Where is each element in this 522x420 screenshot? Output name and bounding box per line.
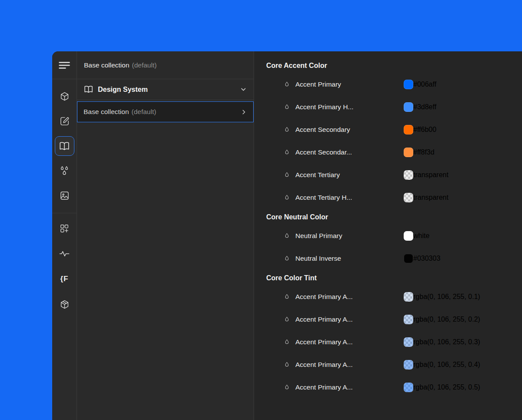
box-icon[interactable] bbox=[55, 87, 74, 106]
variable-name: Neutral Inverse bbox=[295, 255, 404, 262]
variable-name: Accent Tertiary H... bbox=[295, 194, 404, 202]
sidebar-slot bbox=[52, 183, 77, 208]
variable-value: transparent bbox=[413, 194, 448, 202]
variable-row[interactable]: Neutral Primarywhite bbox=[266, 225, 510, 247]
variable-value: rgba(0, 106, 255, 0.4) bbox=[413, 361, 480, 369]
variables-list: Core Accent ColorAccent Primary#006affAc… bbox=[254, 51, 522, 420]
variables-f-icon[interactable]: {F bbox=[55, 269, 74, 289]
sidebar-slot bbox=[52, 84, 77, 109]
color-swatch[interactable] bbox=[404, 80, 413, 89]
droplet-icon bbox=[284, 233, 290, 239]
variable-row[interactable]: Accent Secondar...#ff8f3d bbox=[266, 141, 510, 164]
book-icon[interactable] bbox=[55, 136, 74, 156]
edit-image-icon[interactable] bbox=[55, 111, 74, 131]
icon-sidebar: {F bbox=[52, 51, 77, 420]
droplet-icon bbox=[284, 384, 290, 391]
chevron-right-icon[interactable] bbox=[241, 109, 247, 115]
section-title: Core Color Tint bbox=[266, 270, 510, 286]
color-swatch[interactable] bbox=[404, 360, 413, 370]
color-swatch[interactable] bbox=[404, 315, 413, 324]
variable-name: Accent Secondar... bbox=[295, 148, 404, 156]
variable-row[interactable]: Accent Secondary#ff6b00 bbox=[266, 118, 510, 141]
color-swatch[interactable] bbox=[404, 231, 413, 241]
sidebar-secondary-group: {F bbox=[52, 213, 77, 319]
chevron-down-icon[interactable] bbox=[240, 86, 247, 93]
variable-value: rgba(0, 106, 255, 0.5) bbox=[413, 383, 480, 391]
collections-panel: Base collection (default) Design System … bbox=[77, 51, 254, 420]
droplet-icon bbox=[284, 81, 290, 88]
activity-wave-icon[interactable] bbox=[55, 244, 74, 264]
sidebar-slot bbox=[52, 109, 77, 134]
sidebar-top-section bbox=[52, 51, 77, 79]
image-icon[interactable] bbox=[55, 186, 74, 205]
collection-title-suffix: (default) bbox=[131, 108, 156, 116]
sidebar-slot bbox=[52, 241, 77, 266]
tint-overlay bbox=[404, 292, 413, 302]
droplet-icon bbox=[284, 316, 290, 323]
variable-row[interactable]: Accent Primary#006aff bbox=[266, 73, 510, 96]
variable-row[interactable]: Accent Primary H...#3d8eff bbox=[266, 96, 510, 118]
app-window: {F Base collection (default) bbox=[52, 51, 522, 420]
variable-value: #030303 bbox=[413, 255, 440, 262]
open-book-icon bbox=[84, 85, 93, 94]
collection-title: Base collection bbox=[84, 108, 129, 116]
variable-name: Accent Primary A... bbox=[295, 316, 404, 323]
sidebar-slot bbox=[52, 216, 77, 241]
color-swatch[interactable] bbox=[404, 148, 413, 157]
menu-icon[interactable] bbox=[55, 55, 74, 75]
variable-row[interactable]: Accent Primary A...rgba(0, 106, 255, 0.3… bbox=[266, 331, 510, 353]
sidebar-main-group bbox=[52, 79, 77, 213]
color-swatch[interactable] bbox=[404, 102, 413, 112]
sidebar-slot bbox=[52, 158, 77, 183]
design-system-row[interactable]: Design System bbox=[77, 79, 254, 100]
variable-name: Accent Primary A... bbox=[295, 383, 404, 391]
cube-icon[interactable] bbox=[55, 295, 74, 314]
color-swatch[interactable] bbox=[404, 254, 413, 263]
variable-value: #3d8eff bbox=[413, 103, 436, 111]
panel-title-suffix: (default) bbox=[132, 61, 157, 69]
design-system-name: Design System bbox=[98, 86, 148, 94]
droplet-icon bbox=[284, 255, 290, 262]
color-swatch[interactable] bbox=[404, 383, 413, 392]
variable-name: Accent Tertiary bbox=[295, 171, 404, 179]
base-collection-row[interactable]: Base collection (default) bbox=[77, 101, 254, 122]
tint-overlay bbox=[404, 383, 413, 392]
variable-value: transparent bbox=[413, 171, 448, 179]
variables-f-glyph: {F bbox=[60, 275, 69, 283]
variable-row[interactable]: Accent Primary A...rgba(0, 106, 255, 0.2… bbox=[266, 308, 510, 331]
droplet-icon bbox=[284, 172, 290, 178]
droplets-icon[interactable] bbox=[55, 161, 74, 181]
variable-name: Neutral Primary bbox=[295, 232, 404, 240]
variable-name: Accent Secondary bbox=[295, 126, 404, 134]
variable-row[interactable]: Accent Primary A...rgba(0, 106, 255, 0.5… bbox=[266, 376, 510, 399]
variable-value: rgba(0, 106, 255, 0.2) bbox=[413, 316, 480, 323]
droplet-icon bbox=[284, 339, 290, 346]
grid-add-icon[interactable] bbox=[55, 219, 74, 239]
variable-row[interactable]: Neutral Inverse#030303 bbox=[266, 247, 510, 270]
sidebar-slot bbox=[52, 292, 77, 317]
color-swatch[interactable] bbox=[404, 170, 413, 180]
panel-title: Base collection bbox=[84, 61, 129, 69]
tint-overlay bbox=[404, 360, 413, 370]
variable-row[interactable]: Accent Tertiary H...transparent bbox=[266, 186, 510, 209]
variable-row[interactable]: Accent Primary A...rgba(0, 106, 255, 0.1… bbox=[266, 286, 510, 308]
variable-value: rgba(0, 106, 255, 0.1) bbox=[413, 293, 480, 301]
color-swatch[interactable] bbox=[404, 292, 413, 302]
droplet-icon bbox=[284, 195, 290, 201]
variable-row[interactable]: Accent Tertiarytransparent bbox=[266, 164, 510, 186]
variable-name: Accent Primary A... bbox=[295, 293, 404, 301]
droplet-icon bbox=[284, 149, 290, 156]
section-title: Core Accent Color bbox=[266, 57, 510, 73]
color-swatch[interactable] bbox=[404, 337, 413, 347]
variable-value: #006aff bbox=[413, 81, 436, 88]
droplet-icon bbox=[284, 294, 290, 300]
variable-value: white bbox=[413, 232, 429, 240]
sidebar-slot bbox=[52, 134, 77, 158]
droplet-icon bbox=[284, 362, 290, 368]
variable-row[interactable]: Accent Primary A...rgba(0, 106, 255, 0.4… bbox=[266, 353, 510, 376]
color-swatch[interactable] bbox=[404, 125, 413, 134]
variable-name: Accent Primary A... bbox=[295, 361, 404, 369]
variable-value: #ff6b00 bbox=[413, 126, 436, 134]
color-swatch[interactable] bbox=[404, 193, 413, 202]
variable-name: Accent Primary bbox=[295, 81, 404, 88]
